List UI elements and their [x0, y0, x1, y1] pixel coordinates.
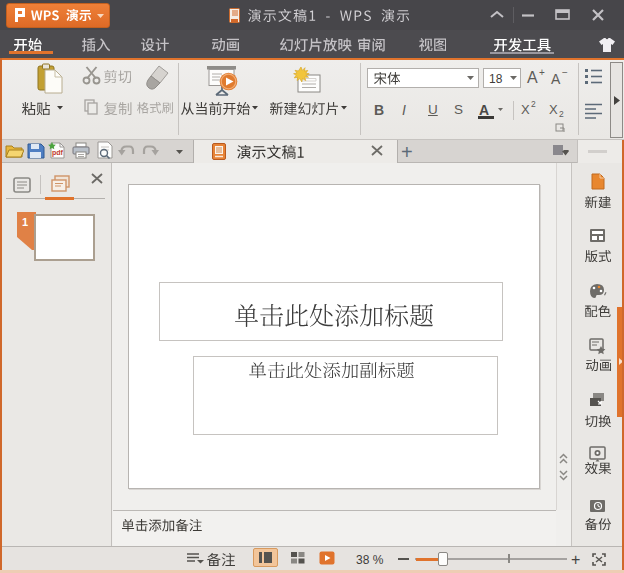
- svg-text:pdf: pdf: [52, 149, 64, 157]
- svg-text:1: 1: [22, 216, 28, 228]
